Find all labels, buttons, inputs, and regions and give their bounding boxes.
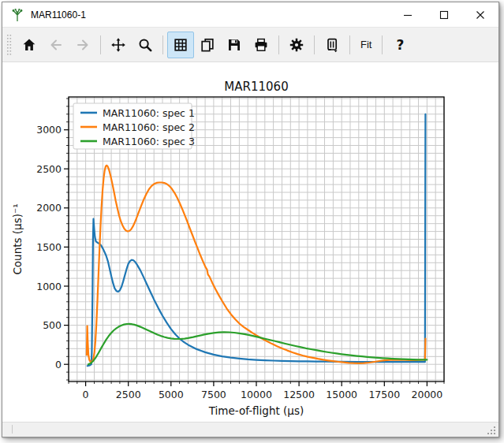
legend-label: MAR11060: spec 3 (103, 136, 195, 147)
zoom-button[interactable] (132, 32, 159, 58)
back-arrow-icon (48, 37, 64, 53)
save-icon (226, 37, 242, 53)
resize-grip-icon[interactable] (486, 425, 496, 435)
minimize-button[interactable] (390, 2, 426, 27)
help-icon: ? (397, 37, 405, 53)
legend-label: MAR11060: spec 2 (103, 121, 195, 133)
svg-text:500: 500 (43, 319, 62, 331)
fit-button-label: Fit (355, 39, 377, 50)
svg-text:15000: 15000 (326, 389, 357, 400)
svg-text:7500: 7500 (201, 389, 226, 400)
save-button[interactable] (221, 32, 248, 58)
maximize-icon (436, 7, 452, 23)
toolbar-separator (162, 35, 163, 54)
svg-text:1500: 1500 (36, 241, 62, 253)
grid-icon (173, 37, 189, 53)
gear-icon (289, 37, 304, 53)
toolbar-separator (314, 35, 315, 54)
svg-text:0: 0 (55, 359, 62, 370)
svg-text:0: 0 (83, 389, 89, 400)
toolbar-separator (278, 35, 279, 54)
window-controls (390, 2, 498, 27)
toolbar-drag-handle[interactable] (7, 34, 12, 56)
copy-button[interactable] (194, 32, 221, 58)
x-axis-label: Time-of-flight (μs) (208, 404, 304, 417)
close-button[interactable] (462, 2, 498, 27)
back-button[interactable] (43, 32, 69, 58)
forward-button[interactable] (69, 32, 96, 58)
svg-text:2500: 2500 (36, 163, 62, 175)
fit-button[interactable]: Fit (354, 32, 378, 58)
settings-button[interactable] (283, 32, 310, 58)
status-bar (2, 422, 498, 437)
figure-svg: 0250050007500100001250015000175002000005… (2, 62, 497, 422)
maximize-button[interactable] (426, 2, 462, 27)
toolbar-separator (349, 35, 350, 54)
toolbar-separator (100, 35, 101, 54)
legend[interactable]: MAR11060: spec 1MAR11060: spec 2MAR11060… (73, 103, 195, 149)
plot-toolbar: Fit ? (2, 27, 498, 62)
generate-script-button[interactable] (319, 32, 345, 58)
pan-button[interactable] (105, 32, 132, 58)
zoom-icon (137, 37, 153, 53)
help-button[interactable]: ? (386, 32, 413, 58)
toolbar-separator (382, 35, 383, 54)
print-button[interactable] (248, 32, 274, 58)
home-icon (21, 37, 37, 53)
svg-text:5000: 5000 (159, 389, 184, 400)
titlebar[interactable]: MAR11060-1 (2, 2, 498, 27)
pan-icon (110, 37, 126, 53)
svg-text:1000: 1000 (36, 281, 62, 292)
svg-text:12500: 12500 (283, 389, 315, 400)
close-icon (472, 7, 488, 23)
minimize-icon (400, 7, 416, 23)
forward-arrow-icon (75, 37, 91, 53)
svg-text:2000: 2000 (36, 202, 62, 214)
svg-text:3000: 3000 (36, 124, 62, 136)
svg-text:2500: 2500 (116, 389, 141, 400)
window-title: MAR11060-1 (31, 9, 86, 20)
legend-label: MAR11060: spec 1 (103, 107, 195, 119)
status-bar-mark (12, 425, 13, 434)
print-icon (253, 37, 269, 53)
grid-toggle-button[interactable] (167, 32, 194, 58)
y-axis-label: Counts (μs)⁻¹ (11, 203, 24, 274)
copy-icon (200, 37, 215, 53)
mantid-logo-icon (9, 7, 25, 23)
plot-window: MAR11060-1 (2, 2, 499, 437)
home-button[interactable] (16, 32, 43, 58)
svg-text:10000: 10000 (241, 389, 272, 400)
script-icon (324, 37, 340, 53)
plot-canvas[interactable]: 0250050007500100001250015000175002000005… (2, 62, 498, 422)
chart-title: MAR11060 (224, 80, 288, 94)
svg-text:20000: 20000 (412, 389, 443, 400)
svg-text:17500: 17500 (368, 389, 400, 400)
